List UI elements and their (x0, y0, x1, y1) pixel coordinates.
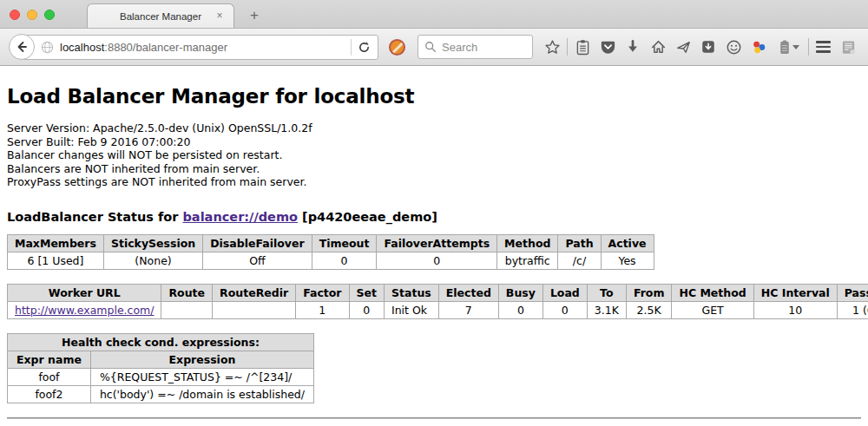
reading-list-button[interactable] (572, 36, 593, 57)
navigation-toolbar: localhost:8880/balancer-manager (0, 29, 868, 66)
column-header: Active (601, 234, 654, 252)
reload-icon (358, 41, 371, 54)
toolbar-icons (542, 36, 859, 57)
send-tab-button[interactable] (673, 36, 694, 57)
table-title-row: Health check cond. expressions: (8, 333, 314, 351)
route-cell (161, 301, 213, 318)
pocket-button[interactable] (597, 36, 618, 57)
browser-tab[interactable]: Balancer Manager × (87, 3, 234, 28)
back-button[interactable] (9, 34, 35, 60)
factor-cell: 1 (296, 301, 349, 318)
worker-row: http://www.example.com/ 1 0 Init Ok 7 0 … (8, 301, 868, 318)
smiley-icon (726, 39, 742, 56)
elected-cell: 7 (438, 301, 498, 318)
table-row: foof %{REQUEST_STATUS} =~ /^[234]/ (8, 368, 314, 385)
new-tab-button[interactable]: + (245, 7, 264, 24)
pocket-icon (600, 39, 616, 55)
column-header: DisableFailover (203, 234, 312, 252)
disablefailover-cell: Off (203, 252, 312, 269)
url-bar[interactable]: localhost:8880/balancer-manager (21, 35, 378, 60)
column-header: HC Method (672, 284, 753, 301)
stickysession-cell: (None) (103, 252, 202, 269)
timeout-cell: 0 (312, 252, 377, 269)
column-header: From (626, 284, 672, 301)
health-table-title: Health check cond. expressions: (8, 333, 314, 351)
column-header: StickySession (103, 234, 202, 252)
pages-panel-button[interactable] (838, 36, 859, 57)
column-header: RouteRedir (213, 284, 296, 301)
proxypass-notice-line: ProxyPass settings are NOT inherited fro… (7, 175, 861, 189)
from-cell: 2.5K (626, 301, 672, 318)
zoom-window-button[interactable] (44, 10, 55, 20)
url-text: localhost:8880/balancer-manager (60, 41, 345, 54)
home-icon (650, 39, 667, 55)
toolbar-separator (808, 38, 809, 56)
page-content: Load Balancer Manager for localhost Serv… (0, 66, 868, 426)
column-header: To (587, 284, 626, 301)
column-header: Worker URL (8, 284, 161, 301)
downloads-button[interactable] (622, 36, 643, 57)
extension-colordots-button[interactable] (749, 36, 770, 57)
status-heading-prefix: LoadBalancer Status for (7, 210, 182, 224)
battery-extension-button[interactable] (774, 36, 804, 57)
column-header: Status (385, 284, 439, 301)
column-header: Factor (296, 284, 349, 301)
hc-method-cell: GET (672, 301, 753, 318)
search-icon (424, 41, 437, 53)
worker-url-link[interactable]: http://www.example.com/ (15, 304, 154, 317)
battery-icon (779, 39, 791, 56)
column-header: Method (497, 234, 558, 252)
table-row: 6 [1 Used] (None) Off 0 0 bytraffic /c/ … (8, 252, 654, 269)
hc-interval-cell: 10 (753, 301, 837, 318)
reload-button[interactable] (358, 41, 371, 54)
dropdown-caret-icon (792, 45, 799, 49)
column-header: Path (558, 234, 601, 252)
balancers-notice-line: Balancers are NOT inherited from main se… (7, 162, 861, 176)
column-header: HC Interval (753, 284, 837, 301)
bookmark-star-button[interactable] (542, 36, 562, 57)
loadbalancer-status-heading: LoadBalancer Status for balancer://demo … (7, 210, 861, 224)
column-header: Load (542, 284, 587, 301)
table-header-row: Worker URL Route RouteRedir Factor Set S… (8, 284, 868, 301)
failoverattempts-cell: 0 (377, 252, 497, 269)
browser-window: Balancer Manager × + localhost:8880/bala… (0, 0, 868, 426)
close-window-button[interactable] (10, 10, 20, 20)
server-built-line: Server Built: Feb 9 2016 07:00:20 (7, 135, 861, 149)
busy-cell: 0 (498, 301, 542, 318)
pages-icon (840, 39, 857, 56)
close-tab-icon[interactable]: × (214, 10, 226, 23)
worker-table: Worker URL Route RouteRedir Factor Set S… (7, 284, 868, 319)
download-panel-button[interactable] (698, 36, 719, 57)
worker-url-cell: http://www.example.com/ (8, 301, 161, 318)
load-cell: 0 (542, 301, 587, 318)
table-header-row: Expr name Expression (8, 351, 314, 368)
home-button[interactable] (648, 36, 668, 57)
expr-name-cell: foof (8, 368, 91, 385)
window-controls (10, 10, 55, 20)
persist-notice-line: Balancer changes will NOT be persisted o… (7, 148, 861, 162)
search-input[interactable] (442, 41, 520, 54)
set-cell: 0 (349, 301, 384, 318)
clipboard-icon (575, 39, 590, 56)
search-bar[interactable] (418, 35, 533, 59)
path-cell: /c/ (558, 252, 601, 269)
content-block-icon[interactable] (389, 39, 405, 56)
table-row: foof2 hc('body') =~ /domain is establish… (8, 385, 314, 403)
feedback-button[interactable] (724, 36, 745, 57)
globe-icon (41, 41, 54, 54)
balancer-demo-link[interactable]: balancer://demo (182, 210, 298, 224)
server-info: Server Version: Apache/2.5.0-dev (Unix) … (7, 121, 861, 189)
status-cell: Init Ok (385, 301, 439, 318)
balancer-summary-table: MaxMembers StickySession DisableFailover… (7, 234, 654, 270)
routeredir-cell (213, 301, 296, 318)
column-header: Passes (837, 284, 868, 301)
download-arrow-icon (625, 39, 641, 55)
column-header: Elected (438, 284, 498, 301)
expression-cell: %{REQUEST_STATUS} =~ /^[234]/ (90, 368, 313, 385)
menu-button[interactable] (813, 36, 834, 57)
url-domain: localhost (60, 41, 104, 54)
minimize-window-button[interactable] (27, 10, 37, 20)
table-header-row: MaxMembers StickySession DisableFailover… (8, 234, 654, 252)
passes-cell: 1 (0) (837, 301, 868, 318)
bottom-divider (7, 417, 861, 419)
